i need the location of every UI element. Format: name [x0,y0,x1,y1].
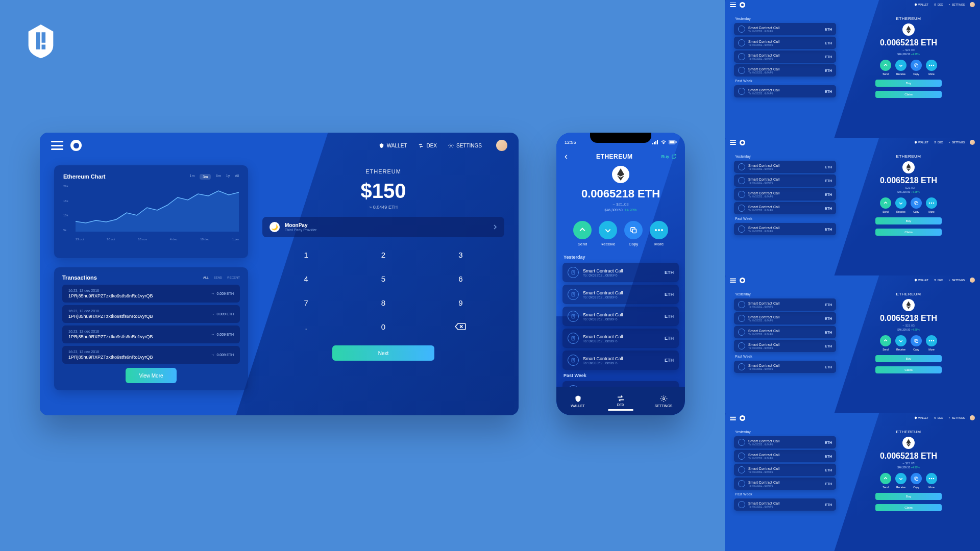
key-6[interactable]: 6 [432,270,489,287]
avatar[interactable] [970,140,975,145]
tx-row[interactable]: 16:23, 12 dec 20181PRj85hu9RXPZTzxtko9st… [62,325,240,343]
receive-button[interactable] [599,221,617,239]
menu-button[interactable] [730,3,736,7]
claim-button[interactable]: Claim [875,366,942,373]
nav-dex[interactable]: DEX [934,416,943,419]
menu-button[interactable] [51,141,63,150]
copy-button[interactable] [911,335,922,346]
send-button[interactable] [880,60,891,71]
receive-button[interactable] [895,60,906,71]
more-button[interactable] [926,335,937,346]
buy-button[interactable]: Buy [875,80,942,87]
avatar[interactable] [970,415,975,420]
more-button[interactable] [926,197,937,209]
preview-tx-row[interactable]: Smart Contract CallTo: 0x03352...6b9bF6E… [734,223,836,235]
key-dot[interactable]: . [278,318,334,336]
tab-dex[interactable]: DEX [599,395,642,407]
mobile-tx-row[interactable]: Smart Contract CallTo: 0x03352...6b9bF6E… [562,350,679,370]
copy-button[interactable] [911,197,922,209]
copy-button[interactable] [911,60,922,71]
nav-dex[interactable]: DEX [934,3,943,6]
avatar[interactable] [970,278,975,283]
nav-wallet[interactable]: WALLET [914,279,928,282]
key-4[interactable]: 4 [278,270,334,287]
tx-row[interactable]: 16:23, 12 dec 20181PRj85hu9RXPZTzxtko9st… [62,285,240,303]
buy-button[interactable]: Buy [875,355,942,362]
preview-tx-row[interactable]: Smart Contract CallTo: 0x03352...6b9bF6E… [734,464,836,476]
range-1y[interactable]: 1y [226,174,230,180]
receive-button[interactable] [895,473,906,484]
nav-dex[interactable]: DEX [934,141,943,144]
range-All[interactable]: All [235,174,239,180]
preview-tx-row[interactable]: Smart Contract CallTo: 0x03352...6b9bF6E… [734,188,836,201]
next-button[interactable]: Next [332,345,434,361]
send-button[interactable] [880,197,891,209]
key-9[interactable]: 9 [432,294,489,311]
preview-tx-row[interactable]: Smart Contract CallTo: 0x03352...6b9bF6E… [734,478,836,490]
preview-tx-row[interactable]: Smart Contract CallTo: 0x03352...6b9bF6E… [734,326,836,338]
nav-dex[interactable]: DEX [418,143,437,148]
receive-button[interactable] [895,197,906,209]
preview-tx-row[interactable]: Smart Contract CallTo: 0x03352...6b9bF6E… [734,174,836,187]
preview-tx-row[interactable]: Smart Contract CallTo: 0x03352...6b9bF6E… [734,51,836,63]
key-2[interactable]: 2 [355,246,411,263]
nav-wallet[interactable]: WALLET [914,416,928,419]
range-6m[interactable]: 6m [216,174,221,180]
nav-wallet[interactable]: WALLET [914,141,928,144]
preview-tx-row[interactable]: Smart Contract CallTo: 0x03352...6b9bF6E… [734,85,836,97]
preview-tx-row[interactable]: Smart Contract CallTo: 0x03352...6b9bF6E… [734,312,836,324]
copy-button[interactable] [624,221,643,239]
nav-settings[interactable]: SETTINGS [948,279,965,282]
send-button[interactable] [573,221,592,239]
key-1[interactable]: 1 [278,246,334,263]
preview-tx-row[interactable]: Smart Contract CallTo: 0x03352...6b9bF6E… [734,450,836,462]
provider-row[interactable]: 🌙 MoonPay Third Party Provider [262,217,504,237]
tx-tab-all[interactable]: ALL [203,276,209,279]
tx-row[interactable]: 16:23, 12 dec 20181PRj85hu9RXPZTzxtko9st… [62,346,240,364]
key-7[interactable]: 7 [278,294,334,311]
nav-settings[interactable]: SETTINGS [448,143,482,148]
nav-wallet[interactable]: WALLET [914,3,928,6]
range-1m[interactable]: 1m [190,174,195,180]
preview-tx-row[interactable]: Smart Contract CallTo: 0x03352...6b9bF6E… [734,37,836,49]
more-button[interactable] [926,60,937,71]
mobile-tx-row[interactable]: Smart Contract CallTo: 0x03352...6b9bF6E… [562,307,679,326]
nav-wallet[interactable]: WALLET [379,143,407,148]
tab-settings[interactable]: SETTINGS [642,395,685,408]
avatar[interactable] [496,140,507,151]
view-more-button[interactable]: View More [126,368,177,383]
nav-settings[interactable]: SETTINGS [948,141,965,144]
key-5[interactable]: 5 [355,270,411,287]
key-0[interactable]: 0 [355,318,411,336]
menu-button[interactable] [730,278,736,283]
nav-settings[interactable]: SETTINGS [948,416,965,419]
mobile-tx-row[interactable]: Smart Contract CallTo: 0x03352...6b9bF6E… [562,329,679,348]
preview-tx-row[interactable]: Smart Contract CallTo: 0x03352...6b9bF6E… [734,340,836,352]
key-8[interactable]: 8 [355,294,411,311]
mobile-tx-row[interactable]: Smart Contract CallTo: 0x03352...6b9bF6E… [562,285,679,304]
more-button[interactable] [650,221,668,239]
nav-settings[interactable]: SETTINGS [948,3,965,6]
tx-tab-recent[interactable]: RECENT [227,276,240,279]
claim-button[interactable]: Claim [875,229,942,236]
avatar[interactable] [970,2,975,7]
tx-tab-send[interactable]: SEND [214,276,223,279]
tx-row[interactable]: 16:23, 12 dec 20181PRj85hu9RXPZTzxtko9st… [62,305,240,323]
send-button[interactable] [880,335,891,346]
buy-button[interactable]: Buy [875,493,942,500]
preview-tx-row[interactable]: Smart Contract CallTo: 0x03352...6b9bF6E… [734,202,836,214]
preview-tx-row[interactable]: Smart Contract CallTo: 0x03352...6b9bF6E… [734,498,836,511]
mobile-tx-row[interactable]: Smart Contract CallTo: 0x03352...6b9bF6E… [562,263,679,282]
preview-tx-row[interactable]: Smart Contract CallTo: 0x03352...6b9bF6E… [734,64,836,77]
preview-tx-row[interactable]: Smart Contract CallTo: 0x03352...6b9bF6E… [734,298,836,311]
copy-button[interactable] [911,473,922,484]
buy-link[interactable]: Buy [661,154,677,159]
key-3[interactable]: 3 [432,246,489,263]
send-button[interactable] [880,473,891,484]
key-backspace[interactable] [432,318,489,336]
range-3m[interactable]: 3m [200,174,211,180]
preview-tx-row[interactable]: Smart Contract CallTo: 0x03352...6b9bF6E… [734,436,836,448]
buy-button[interactable]: Buy [875,217,942,224]
tab-wallet[interactable]: WALLET [556,395,599,408]
claim-button[interactable]: Claim [875,91,942,98]
